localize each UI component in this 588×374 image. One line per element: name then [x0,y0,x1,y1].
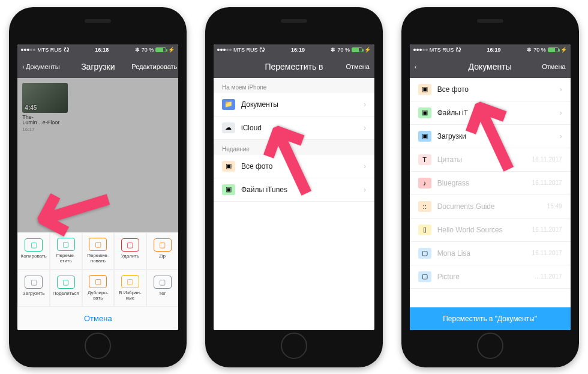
row-label: Документы [241,100,358,109]
action-label: Удалить [121,254,140,264]
list-row[interactable]: ▣Все фото› [214,155,374,178]
phone-mockup-2: MTS RUS 🗘 16:19 ✽70 %⚡ Переместить в Отм… [205,7,383,367]
row-label: Mona Lisa [437,249,526,258]
row-label: Bluegrass [437,179,526,187]
row-meta: 16.11.2017 [532,156,562,163]
list-row[interactable]: ▢Picture…11.2017 [410,265,571,289]
content: ▣Все фото›▣Файлы iT›▣Загрузки›TЦитаты16.… [410,78,571,330]
action-cell[interactable]: ▢Тег [146,270,179,307]
back-button[interactable]: ‹ Документы [22,63,64,70]
action-cell[interactable]: ▢Дублиро- вать [82,270,115,307]
row-label: Documents Guide [437,202,541,211]
row-label: Файлы iTunes [241,185,358,194]
action-icon: ▢ [89,275,107,288]
action-cell[interactable]: ▢Загрузить [17,270,50,307]
row-meta: 15:49 [547,203,562,210]
list-row[interactable]: ▣Файлы iTunes› [214,178,374,202]
action-sheet: ▢Копировать▢Переме- стить▢Переиме- новат… [17,232,178,330]
section-header: На моем iPhone [214,78,374,93]
cancel-link[interactable]: Отмена [524,63,566,70]
list-row[interactable]: ▣Загрузки› [410,125,571,148]
status-bar: MTS RUS 🗘 16:19 ✽70 %⚡ [410,44,571,55]
row-icon: ▢ [418,271,431,282]
row-icon: 📁 [222,99,235,110]
carrier: MTS RUS [37,47,62,53]
list-row[interactable]: ♪Bluegrass16.11.2017 [410,172,571,195]
row-icon: T [418,154,431,165]
action-label: В Избран- ные [119,291,141,301]
action-cell[interactable]: ▢В Избран- ные [114,270,146,307]
status-bar: MTS RUS 🗘 16:18 ✽70 %⚡ [17,44,178,55]
row-meta: 16.11.2017 [532,250,562,256]
nav-title: Документы [457,62,524,71]
row-label: iCloud [241,124,358,132]
nav-bar: ‹ Документы Загрузки Редактировать [17,55,178,78]
row-label: Hello World Sources [437,226,526,234]
nav-bar: Переместить в Отмена [214,55,374,78]
list-row[interactable]: ▣Файлы iT› [410,101,571,125]
action-cell[interactable]: ▢Удалить [114,232,146,270]
row-meta: 16.11.2017 [532,179,562,186]
list-row[interactable]: TЦитаты16.11.2017 [410,148,571,172]
action-cell[interactable]: ▢Копировать [17,232,50,270]
phone-mockup-3: MTS RUS 🗘 16:19 ✽70 %⚡ ‹ Документы Отмен… [401,7,579,367]
row-meta: 16.11.2017 [532,226,562,233]
action-cell[interactable]: ▢Переиме- новать [82,232,115,270]
chevron-right-icon: › [560,85,562,94]
chevron-right-icon: › [364,162,366,170]
action-label: Загрузить [23,291,45,301]
list-row[interactable]: ☁iCloud› [214,116,374,140]
action-label: Копировать [21,254,47,264]
nav-title: Загрузки [64,62,131,71]
screen-1: MTS RUS 🗘 16:18 ✽70 %⚡ ‹ Документы Загру… [17,44,178,330]
content: 4:45 The- Lumin…e-Floor 16:17 ▢Копироват… [17,78,178,330]
row-label: Все фото [241,162,358,170]
chevron-right-icon: › [560,132,562,140]
action-label: Переме- стить [56,253,76,264]
action-label: Поделиться [53,291,79,301]
row-icon: ▣ [418,107,431,118]
action-label: Тег [159,291,166,301]
list-row[interactable]: ▣Все фото› [410,78,571,101]
action-icon: ▢ [89,238,107,251]
chevron-right-icon: › [560,109,562,117]
action-icon: ▢ [154,238,172,252]
row-meta: …11.2017 [534,273,562,280]
action-icon: ▢ [121,275,139,288]
action-grid: ▢Копировать▢Переме- стить▢Переиме- новат… [17,232,178,306]
back-button[interactable]: ‹ [415,63,457,70]
row-icon: ♪ [418,178,431,189]
action-label: Переиме- новать [87,253,109,264]
screen-3: MTS RUS 🗘 16:19 ✽70 %⚡ ‹ Документы Отмен… [410,44,571,330]
row-icon: ▯ [418,225,431,235]
cancel-button[interactable]: Отмена [17,307,178,330]
status-bar: MTS RUS 🗘 16:19 ✽70 %⚡ [214,44,374,55]
list-row[interactable]: ▯Hello World Sources16.11.2017 [410,219,571,242]
row-icon: :: [418,201,431,212]
action-label: Дублиро- вать [88,291,109,301]
list-row[interactable]: ▢Mona Lisa16.11.2017 [410,242,571,265]
screen-2: MTS RUS 🗘 16:19 ✽70 %⚡ Переместить в Отм… [214,44,374,330]
action-icon: ▢ [57,238,75,251]
action-cell[interactable]: ▢Поделиться [50,270,82,307]
cancel-link[interactable]: Отмена [328,63,370,70]
row-label: Picture [437,273,529,281]
chevron-right-icon: › [364,124,366,132]
action-icon: ▢ [25,276,43,289]
action-icon: ▢ [25,238,43,252]
move-confirm-button[interactable]: Переместить в "Документы" [410,307,571,330]
row-icon: ▣ [222,161,235,172]
row-label: Цитаты [437,155,526,164]
action-cell[interactable]: ▢Переме- стить [50,232,82,270]
content: На моем iPhone 📁Документы›☁iCloud› Недав… [214,78,374,330]
list-row[interactable]: ::Documents Guide15:49 [410,195,571,219]
row-label: Все фото [437,85,554,94]
edit-button[interactable]: Редактировать [131,63,173,70]
chevron-right-icon: › [364,185,366,194]
action-cell[interactable]: ▢Zip [146,232,179,270]
list-row[interactable]: 📁Документы› [214,93,374,116]
nav-title: Переместить в [260,62,328,71]
chevron-right-icon: › [364,100,366,109]
row-icon: ▢ [418,248,431,259]
section-header: Недавние [214,140,374,155]
